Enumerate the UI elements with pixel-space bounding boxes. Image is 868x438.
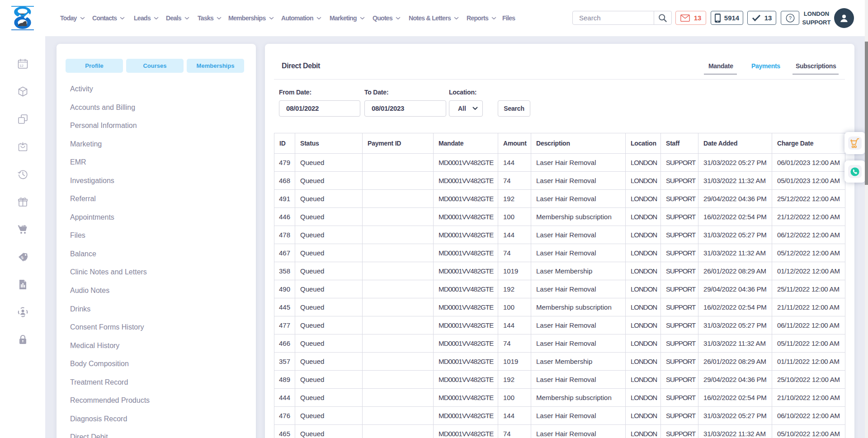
svg-text:?: ?	[788, 15, 791, 21]
svg-text:12: 12	[19, 64, 24, 68]
